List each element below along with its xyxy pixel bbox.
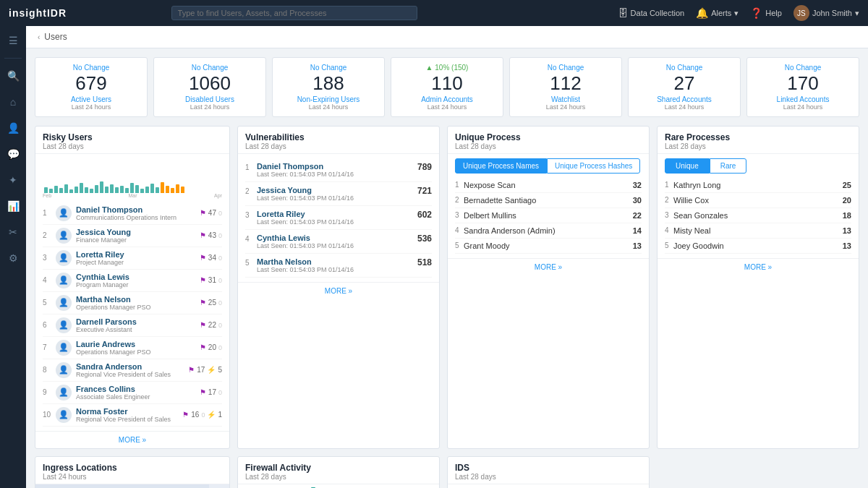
disabled-users-stat: No Change 1060 Disabled Users Last 24 ho… xyxy=(153,57,266,117)
user-rank: 1 xyxy=(43,209,51,217)
sidebar-chat-icon[interactable]: 💬 xyxy=(1,142,25,166)
ingress-map xyxy=(35,484,229,488)
zero-score: 0 xyxy=(201,411,205,419)
user-list-item[interactable]: 3 👤 Loretta Riley Project Manager ⚑ 34 0 xyxy=(43,247,222,270)
user-info: Laurie Andrews Operations Manager PSO xyxy=(76,340,195,356)
process-name: Sandra Anderson (Admin) xyxy=(464,226,633,235)
rare-process-item[interactable]: 5 Joey Goodwin 13 xyxy=(665,239,851,254)
sidebar-search-icon[interactable]: 🔍 xyxy=(1,64,25,87)
vuln-item[interactable]: 4 Cynthia Lewis Last Seen: 01:54:03 PM 0… xyxy=(245,230,432,254)
process-item[interactable]: 3 Delbert Mullins 22 xyxy=(455,208,642,223)
vuln-item[interactable]: 3 Loretta Riley Last Seen: 01:54:03 PM 0… xyxy=(245,206,432,230)
vulnerabilities-header: Vulnerabilities Last 28 days xyxy=(238,127,439,154)
sidebar-chart-icon[interactable]: 📊 xyxy=(1,194,25,218)
sidebar-settings-icon[interactable]: ⚙ xyxy=(1,247,25,270)
user-role: Project Manager xyxy=(76,259,195,266)
process-count: 30 xyxy=(633,196,642,205)
user-list-item[interactable]: 10 👤 Norma Foster Regional Vice Presiden… xyxy=(43,404,222,427)
sidebar-tool-icon[interactable]: ✂ xyxy=(1,221,25,244)
user-info: Loretta Riley Project Manager xyxy=(76,250,195,266)
vuln-name: Cynthia Lewis xyxy=(257,234,413,242)
user-info: Sandra Anderson Regional Vice President … xyxy=(76,362,184,378)
user-list-item[interactable]: 2 👤 Jessica Young Finance Manager ⚑ 43 0 xyxy=(43,225,222,247)
user-list-item[interactable]: 1 👤 Daniel Thompson Communications Opera… xyxy=(43,202,222,225)
flag-icon: ⚑ xyxy=(200,343,206,351)
alerts-dropdown-icon: ▾ xyxy=(734,9,739,18)
vuln-item[interactable]: 1 Daniel Thompson Last Seen: 01:54:03 PM… xyxy=(245,158,432,182)
unique-process-subtitle: Last 28 days xyxy=(455,142,642,150)
vuln-item[interactable]: 5 Martha Nelson Last Seen: 01:54:03 PM 0… xyxy=(245,254,432,278)
user-menu[interactable]: JS John Smith ▾ xyxy=(793,5,859,21)
user-rank: 8 xyxy=(43,366,51,374)
rare-process-item[interactable]: 1 Kathryn Long 25 xyxy=(665,178,851,193)
risky-users-title: Risky Users xyxy=(43,132,222,142)
user-name: Frances Collins xyxy=(76,385,195,393)
user-list-item[interactable]: 5 👤 Martha Nelson Operations Manager PSO… xyxy=(43,292,222,314)
unique-process-hashes-tab[interactable]: Unique Process Hashes xyxy=(547,158,640,174)
user-avatar: 👤 xyxy=(56,407,72,423)
sidebar-star-icon[interactable]: ✦ xyxy=(1,168,25,192)
rare-process-item[interactable]: 3 Sean Gonzales 18 xyxy=(665,208,851,223)
rare-process-name: Sean Gonzales xyxy=(673,211,843,220)
process-item[interactable]: 5 Grant Moody 13 xyxy=(455,239,642,254)
rare-processes-rare-tab[interactable]: Rare xyxy=(710,158,747,174)
user-name: Daniel Thompson xyxy=(76,205,195,214)
unique-process-names-tab[interactable]: Unique Process Names xyxy=(455,158,547,174)
user-dropdown-icon: ▾ xyxy=(855,9,859,18)
nonexpiring-users-number: 188 xyxy=(280,73,377,94)
sidebar-users-icon[interactable]: 👤 xyxy=(1,116,25,140)
zero-score: 0 xyxy=(218,389,222,396)
user-list-item[interactable]: 9 👤 Frances Collins Associate Sales Engi… xyxy=(43,382,222,404)
breadcrumb: ‹ Users xyxy=(26,26,868,48)
sidebar-menu-icon[interactable]: ☰ xyxy=(1,29,25,52)
risky-chart-bar xyxy=(90,189,93,193)
dashboard-grid: Risky Users Last 28 days FebMarApr 1 👤 D… xyxy=(35,126,859,449)
firewall-activity-title: Firewall Activity xyxy=(245,463,432,473)
process-item[interactable]: 2 Bernadette Santiago 30 xyxy=(455,193,642,208)
sidebar-home-icon[interactable]: ⌂ xyxy=(1,90,25,114)
search-input[interactable] xyxy=(171,6,417,20)
vulnerabilities-more[interactable]: MORE » xyxy=(238,282,439,299)
unique-process-more[interactable]: MORE » xyxy=(448,258,649,275)
user-list-item[interactable]: 8 👤 Sandra Anderson Regional Vice Presid… xyxy=(43,359,222,382)
user-list-item[interactable]: 4 👤 Cynthia Lewis Program Manager ⚑ 31 0 xyxy=(43,270,222,292)
risky-chart-bar xyxy=(135,185,139,193)
ids-panel: IDS Last 28 days 40k25k0k FebMarApr 1 Ka… xyxy=(447,456,650,488)
process-count: 32 xyxy=(633,181,642,189)
user-name: Cynthia Lewis xyxy=(76,273,195,281)
rare-processes-unique-tab[interactable]: Unique xyxy=(665,158,710,174)
user-name: Sandra Anderson xyxy=(76,362,184,371)
data-collection-button[interactable]: 🗄 Data Collection xyxy=(618,7,685,19)
process-item[interactable]: 1 Nexpose Scan 32 xyxy=(455,178,642,193)
risky-chart-bar xyxy=(150,184,154,193)
admin-accounts-change: ▲ 10% (150) xyxy=(399,64,495,72)
risky-users-more[interactable]: MORE » xyxy=(35,431,229,448)
user-score: ⚑ 34 0 xyxy=(200,254,222,262)
active-users-change: No Change xyxy=(43,64,140,72)
user-name-label: John Smith xyxy=(812,9,852,17)
user-avatar: 👤 xyxy=(56,340,72,356)
shared-accounts-number: 27 xyxy=(636,73,733,94)
linked-accounts-label: Linked Accounts xyxy=(754,95,851,103)
zero-score: 0 xyxy=(218,299,222,307)
process-name: Nexpose Scan xyxy=(464,181,633,189)
help-icon: ❓ xyxy=(750,7,762,19)
back-arrow[interactable]: ‹ xyxy=(38,33,40,41)
rare-process-count: 18 xyxy=(843,211,851,220)
risky-chart-bar xyxy=(145,187,149,193)
rare-processes-more[interactable]: MORE » xyxy=(658,258,859,275)
risky-chart-bar xyxy=(161,182,164,193)
user-role: Operations Manager PSO xyxy=(76,348,195,356)
user-list-item[interactable]: 6 👤 Darnell Parsons Executive Assistant … xyxy=(43,314,222,337)
process-item[interactable]: 4 Sandra Anderson (Admin) 14 xyxy=(455,223,642,239)
user-list-item[interactable]: 7 👤 Laurie Andrews Operations Manager PS… xyxy=(43,337,222,359)
vuln-item[interactable]: 2 Jessica Young Last Seen: 01:54:03 PM 0… xyxy=(245,182,432,206)
rare-process-item[interactable]: 2 Willie Cox 20 xyxy=(665,193,851,208)
content-area: ‹ Users No Change 679 Active Users Last … xyxy=(26,26,868,488)
risky-chart-bar xyxy=(75,187,78,193)
risky-chart-bar xyxy=(181,187,184,193)
help-button[interactable]: ❓ Help xyxy=(750,7,782,19)
user-info: Martha Nelson Operations Manager PSO xyxy=(76,295,195,311)
rare-process-item[interactable]: 4 Misty Neal 13 xyxy=(665,223,851,239)
alerts-button[interactable]: 🔔 Alerts ▾ xyxy=(696,7,739,19)
